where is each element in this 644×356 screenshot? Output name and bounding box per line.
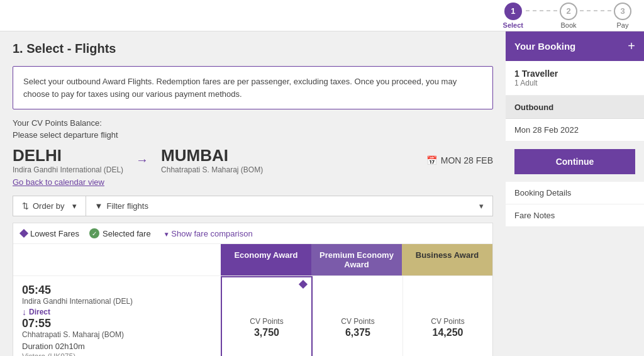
business-column-header: Business Award [402,244,492,275]
route-section: DELHI Indira Gandhi International (DEL) … [13,146,493,174]
to-airport: Chhatrapati S. Maharaj (BOM) [161,165,263,174]
selected-fare-label: Selected fare [103,229,151,238]
traveller-type: 1 Adult [514,79,635,87]
legend-row: Lowest Fares ✓ Selected fare Show fare c… [13,223,492,244]
premium-fare-cell[interactable]: CV Points 6,375 [313,276,402,356]
order-by-label: Order by [33,201,65,211]
flight-info-cell: 05:45 Indira Gandhi International (DEL) … [13,276,221,356]
step-circle-pay: 3 [614,3,631,20]
premium-points-value: 6,375 [345,327,370,338]
duration: Duration 02h10m [22,342,212,351]
outbound-section: Outbound [506,96,644,119]
fare-table: Lowest Fares ✓ Selected fare Show fare c… [13,223,493,356]
airline: Vistara (UK975) [22,352,212,356]
filter-bar: ⇅ Order by ▾ ▼ Filter flights ▾ [13,196,493,216]
page-title: 1. Select - Flights [13,42,493,56]
outbound-date: Mon 28 Feb 2022 [506,119,644,142]
step-label-pay: Pay [617,21,629,29]
step-select: 1 Select [503,3,523,29]
from-airport: Indira Gandhi International (DEL) [13,165,123,174]
to-city: MUMBAI [161,146,263,165]
back-to-calendar-link[interactable]: Go back to calendar view [13,177,104,187]
order-by-chevron-icon: ▾ [72,201,77,211]
add-booking-icon[interactable]: + [628,39,635,53]
selected-fare-icon: ✓ [89,228,99,238]
economy-column-header: Economy Award [221,244,311,275]
direct-arrow-icon: ↓ [22,307,26,317]
filter-icon: ▼ [95,201,103,211]
arrive-airport: Chhatrapati S. Maharaj (BOM) [22,330,212,339]
lowest-fares-legend: Lowest Fares [21,229,79,238]
from-city: DELHI [13,146,123,165]
route-info: DELHI Indira Gandhi International (DEL) … [13,146,263,174]
selected-fare-diamond-icon [299,280,308,289]
filter-chevron-icon: ▾ [479,201,484,211]
main-layout: 1. Select - Flights Select your outbound… [0,31,644,356]
route-arrow-icon: → [136,153,148,167]
from-city-block: DELHI Indira Gandhi International (DEL) [13,146,123,174]
step-connector-1 [526,10,557,11]
calendar-icon: 📅 [426,155,437,165]
step-label-select: Select [503,21,523,29]
arrive-time: 07:55 [22,317,212,330]
filter-flights-label: Filter flights [106,201,148,211]
business-points-label: CV Points [431,317,464,326]
sidebar: Your Booking + 1 Traveller 1 Adult Outbo… [506,31,644,356]
outbound-label: Outbound [514,103,553,112]
premium-points-label: CV Points [341,317,374,326]
step-circle-select: 1 [504,3,522,20]
show-fare-comparison-link[interactable]: Show fare comparison [164,229,253,238]
fare-header-spacer [13,244,221,275]
traveller-count: 1 Traveller [514,69,635,79]
select-departure: Please select departure flight [13,130,493,140]
date-section: 📅 MON 28 FEB [426,155,493,165]
traveller-section: 1 Traveller 1 Adult [506,61,644,96]
business-fare-cell[interactable]: CV Points 14,250 [402,276,492,356]
order-by-icon: ⇅ [22,201,29,211]
economy-points-value: 3,750 [254,327,279,338]
order-by-dropdown[interactable]: ⇅ Order by ▾ [13,196,86,216]
info-text: Select your outbound Award Flights. Rede… [23,77,457,99]
economy-fare-cell[interactable]: CV Points 3,750 [221,276,313,356]
to-city-block: MUMBAI Chhatrapati S. Maharaj (BOM) [161,146,263,174]
premium-column-header: Premium Economy Award [311,244,402,275]
filter-flights-dropdown[interactable]: ▼ Filter flights ▾ [86,196,492,216]
fare-header-row: Economy Award Premium Economy Award Busi… [13,244,492,275]
selected-fare-legend: ✓ Selected fare [89,228,151,238]
step-circle-book: 2 [560,3,577,20]
continue-button[interactable]: Continue [514,149,635,174]
route-date: MON 28 FEB [441,155,493,165]
fare-notes-link[interactable]: Fare Notes [506,204,644,227]
your-booking-header: Your Booking + [506,31,644,61]
depart-time: 05:45 [22,284,212,297]
economy-points-label: CV Points [250,317,283,326]
your-booking-title: Your Booking [514,41,575,52]
cv-balance: Your CV Points Balance: [13,118,493,128]
lowest-fares-label: Lowest Fares [30,229,79,238]
table-row: 05:45 Indira Gandhi International (DEL) … [13,275,492,356]
booking-details-link[interactable]: Booking Details [506,182,644,204]
step-connector-2 [580,10,611,11]
step-label-book: Book [560,21,576,29]
steps-container: 1 Select 2 Book 3 Pay [503,3,631,29]
step-pay: 3 Pay [614,3,631,29]
top-bar: 1 Select 2 Book 3 Pay [0,0,644,31]
depart-airport: Indira Gandhi International (DEL) [22,297,212,306]
step-book: 2 Book [560,3,577,29]
info-box: Select your outbound Award Flights. Rede… [13,66,493,109]
content-area: 1. Select - Flights Select your outbound… [0,31,506,356]
business-points-value: 14,250 [433,327,464,338]
lowest-fares-icon [19,229,28,238]
connection-label: ↓ Direct [22,307,212,317]
